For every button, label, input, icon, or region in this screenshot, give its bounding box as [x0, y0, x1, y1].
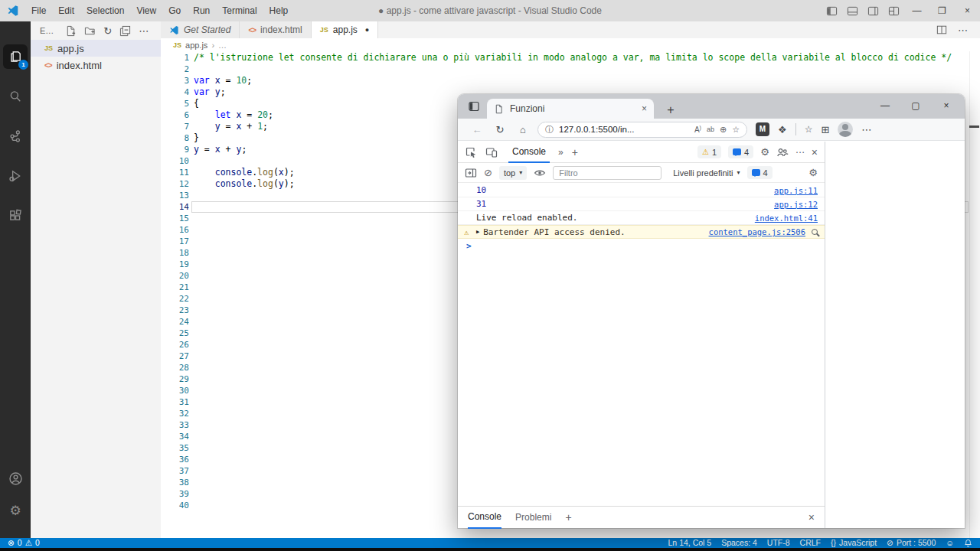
- drawer-tab-problemi[interactable]: Problemi: [515, 507, 551, 529]
- drawer-add-icon[interactable]: +: [565, 511, 571, 523]
- console-prompt-chevron[interactable]: >: [466, 241, 472, 251]
- status-language[interactable]: {} JavaScript: [831, 538, 877, 548]
- file-item-appjs[interactable]: JS app.js: [31, 40, 161, 57]
- tab-actions-icon[interactable]: [468, 100, 480, 112]
- split-editor-icon[interactable]: [936, 24, 947, 35]
- read-aloud-icon[interactable]: A): [694, 125, 701, 134]
- menu-run[interactable]: Run: [187, 0, 216, 21]
- console-filter-input[interactable]: [553, 166, 662, 180]
- home-icon[interactable]: ⌂: [511, 124, 534, 135]
- log-levels-select[interactable]: Livelli predefiniti ▾: [673, 168, 740, 178]
- back-icon[interactable]: ←: [466, 124, 488, 135]
- activity-search[interactable]: [3, 84, 28, 109]
- new-file-icon[interactable]: [65, 25, 77, 37]
- new-tab-button[interactable]: +: [662, 103, 680, 117]
- close-button[interactable]: ×: [931, 96, 962, 116]
- expand-arrow-icon[interactable]: ▶: [476, 229, 479, 235]
- add-favorite-star-icon[interactable]: ☆: [732, 125, 740, 135]
- notifications-bell-icon[interactable]: [964, 539, 972, 547]
- live-expression-eye-icon[interactable]: [534, 167, 546, 179]
- restore-button[interactable]: ❐: [929, 0, 955, 21]
- tab-index-html[interactable]: <> index.html: [240, 21, 311, 38]
- code-line[interactable]: [194, 64, 968, 75]
- drawer-tab-console[interactable]: Console: [468, 507, 501, 529]
- more-tabs-icon[interactable]: »: [558, 147, 564, 158]
- devtools-close-icon[interactable]: ×: [812, 146, 818, 158]
- views-more-actions-icon[interactable]: ⋯: [139, 25, 149, 37]
- settings-more-icon[interactable]: ⋯: [861, 124, 871, 135]
- activity-explorer[interactable]: 1: [3, 44, 28, 69]
- clear-console-icon[interactable]: ⊘: [484, 167, 492, 178]
- device-emulation-icon[interactable]: [485, 146, 498, 158]
- code-line[interactable]: var x = 10;: [194, 75, 968, 86]
- customize-layout-icon[interactable]: [888, 5, 900, 17]
- status-encoding[interactable]: UTF-8: [767, 538, 790, 548]
- breadcrumb-symbol[interactable]: …: [218, 41, 227, 50]
- address-bar[interactable]: ⓘ 127.0.0.1:5500/in... A) ab ⊕ ☆: [537, 122, 747, 138]
- source-link[interactable]: index.html:41: [755, 214, 818, 223]
- activity-run-debug[interactable]: [3, 164, 28, 188]
- toggle-panel-icon[interactable]: [847, 5, 858, 17]
- toggle-secondary-sidebar-icon[interactable]: [867, 5, 879, 17]
- inspect-element-icon[interactable]: [465, 146, 477, 158]
- minimize-button[interactable]: —: [904, 0, 929, 21]
- add-tool-icon[interactable]: +: [572, 146, 578, 158]
- drawer-close-icon[interactable]: ×: [808, 511, 815, 523]
- feedback-people-icon[interactable]: [776, 146, 789, 158]
- profile-avatar[interactable]: [838, 122, 853, 137]
- search-source-icon[interactable]: [812, 229, 818, 235]
- status-live-server-port[interactable]: ⊘ Port : 5500: [887, 538, 936, 548]
- site-info-icon[interactable]: ⓘ: [545, 124, 554, 135]
- messages-badge[interactable]: 4: [747, 166, 773, 179]
- minimize-button[interactable]: —: [870, 96, 900, 116]
- close-button[interactable]: ×: [955, 0, 980, 21]
- extension-m-icon[interactable]: M: [756, 122, 769, 136]
- browser-tab-funzioni[interactable]: Funzioni ×: [487, 99, 654, 119]
- modified-dot-icon[interactable]: ●: [365, 26, 369, 34]
- activity-settings[interactable]: ⚙: [3, 498, 28, 523]
- zoom-icon[interactable]: ⊕: [720, 125, 727, 135]
- menu-go[interactable]: Go: [162, 0, 187, 21]
- breadcrumb-file[interactable]: app.js: [185, 41, 207, 50]
- refresh-icon[interactable]: ↻: [488, 124, 511, 135]
- status-indentation[interactable]: Spaces: 4: [721, 538, 757, 548]
- feedback-smiley-icon[interactable]: ☺: [946, 538, 954, 548]
- translate-icon[interactable]: ab: [707, 126, 714, 133]
- menu-file[interactable]: File: [25, 0, 52, 21]
- messages-badge[interactable]: 4: [728, 145, 753, 158]
- console-settings-icon[interactable]: ⚙: [808, 167, 818, 178]
- collapse-folders-icon[interactable]: [119, 25, 131, 37]
- tab-get-started[interactable]: Get Started: [161, 21, 240, 38]
- javascript-context-select[interactable]: top ▾: [499, 166, 527, 180]
- devtools-settings-icon[interactable]: ⚙: [760, 146, 769, 158]
- code-line[interactable]: /* l'istruzione let consente di dichiara…: [194, 52, 968, 64]
- tab-close-icon[interactable]: ×: [642, 103, 647, 114]
- activity-accounts[interactable]: [3, 466, 28, 491]
- console-sidebar-icon[interactable]: [465, 167, 477, 179]
- page-viewport[interactable]: [826, 142, 965, 528]
- file-item-indexhtml[interactable]: <> index.html: [31, 57, 161, 73]
- activity-source-control[interactable]: [3, 124, 28, 148]
- devtools-tab-console[interactable]: Console: [508, 142, 550, 163]
- extensions-puzzle-icon[interactable]: ❖: [778, 124, 787, 135]
- devtools-more-icon[interactable]: ⋯: [795, 147, 805, 158]
- source-link[interactable]: app.js:11: [774, 186, 818, 195]
- tab-app-js[interactable]: JS app.js ●: [312, 21, 378, 38]
- toggle-sidebar-icon[interactable]: [826, 5, 838, 17]
- menu-view[interactable]: View: [130, 0, 162, 21]
- status-eol[interactable]: CRLF: [800, 538, 821, 548]
- problems-status[interactable]: ⊗ 0 ⚠ 0: [8, 538, 40, 548]
- menu-help[interactable]: Help: [263, 0, 295, 21]
- url-text[interactable]: 127.0.0.1:5500/in...: [559, 125, 689, 134]
- menu-terminal[interactable]: Terminal: [216, 0, 263, 21]
- editor-scrollbar[interactable]: [969, 51, 980, 538]
- status-line-col[interactable]: Ln 14, Col 5: [668, 538, 712, 548]
- new-folder-icon[interactable]: [84, 25, 96, 37]
- refresh-explorer-icon[interactable]: ↻: [103, 25, 112, 37]
- menu-selection[interactable]: Selection: [80, 0, 130, 21]
- favorites-bar-icon[interactable]: ☆: [805, 124, 813, 135]
- activity-extensions[interactable]: [3, 204, 28, 228]
- source-link[interactable]: app.js:12: [774, 200, 818, 209]
- source-link[interactable]: content_page.js:2506: [709, 227, 805, 236]
- collections-icon[interactable]: ⊞: [821, 124, 829, 135]
